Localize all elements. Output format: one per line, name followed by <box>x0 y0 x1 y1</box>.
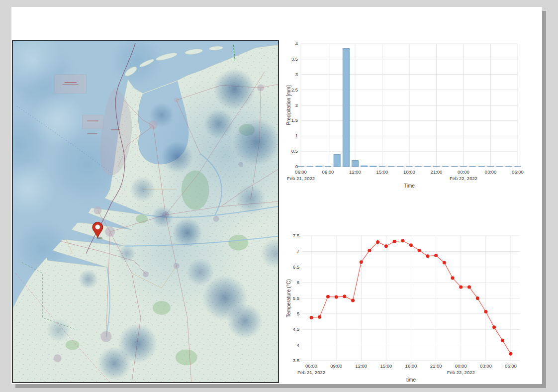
y-tick-label: 4 <box>295 41 298 46</box>
data-point[interactable] <box>376 240 379 244</box>
temperature-gridlines <box>302 236 520 361</box>
bar-zero[interactable] <box>379 166 385 167</box>
bar-zero[interactable] <box>461 166 467 167</box>
y-tick-label: 1 <box>295 133 298 138</box>
data-point[interactable] <box>492 325 496 329</box>
y-tick-label: 0 <box>295 164 298 169</box>
x-tick-label: 09:00 <box>330 363 342 369</box>
precipitation-overlay <box>13 41 278 382</box>
data-point[interactable] <box>418 249 421 252</box>
x-axis-title: time <box>406 377 416 383</box>
temperature-chart[interactable]: 3.544.555.566.577.506:0009:0012:0015:001… <box>286 226 535 384</box>
data-point[interactable] <box>467 285 471 289</box>
bar-zero[interactable] <box>298 166 304 167</box>
data-point[interactable] <box>343 294 346 298</box>
bar-zero[interactable] <box>515 166 521 167</box>
precipitation-chart[interactable]: 00.511.522.533.5406:0009:0012:0015:0018:… <box>286 40 530 192</box>
bar-zero[interactable] <box>388 166 394 167</box>
y-tick-label: 6.5 <box>293 264 299 270</box>
bar[interactable] <box>334 154 340 167</box>
x-date-label: Feb 21, 2022 <box>287 176 315 181</box>
y-tick-label: 1.5 <box>291 117 298 123</box>
x-tick-label: 06:00 <box>295 169 307 175</box>
x-date-label: Feb 22, 2022 <box>450 176 477 181</box>
bar-zero[interactable] <box>487 166 494 167</box>
x-tick-label: 00:00 <box>455 363 467 369</box>
y-tick-label: 3.5 <box>293 358 299 363</box>
x-tick-label: 00:00 <box>458 169 469 175</box>
y-axis-title: Precipitation [mm] <box>286 85 291 125</box>
data-point[interactable] <box>384 244 388 248</box>
bar[interactable] <box>370 166 376 167</box>
data-point[interactable] <box>310 316 313 319</box>
weather-map[interactable] <box>12 40 279 383</box>
data-point[interactable] <box>484 310 487 313</box>
x-tick-label: 03:00 <box>480 363 492 369</box>
bar[interactable] <box>316 166 322 167</box>
bar-zero[interactable] <box>424 166 431 167</box>
y-tick-label: 2 <box>295 102 298 108</box>
y-tick-label: 6 <box>297 280 299 285</box>
y-tick-label: 4.5 <box>293 326 299 332</box>
y-tick-label: 4 <box>297 342 299 348</box>
x-tick-label: 06:00 <box>505 363 517 369</box>
screen: 00.511.522.533.5406:0009:0012:0015:0018:… <box>0 0 558 392</box>
bar[interactable] <box>361 166 368 167</box>
x-tick-label: 06:00 <box>305 363 317 369</box>
bar-zero[interactable] <box>397 166 403 167</box>
bar-zero[interactable] <box>406 166 413 167</box>
data-point[interactable] <box>318 315 321 319</box>
data-point[interactable] <box>360 260 363 264</box>
x-tick-label: 12:00 <box>349 169 361 175</box>
bar-zero[interactable] <box>496 166 503 167</box>
data-point[interactable] <box>459 285 463 289</box>
data-point[interactable] <box>351 298 355 302</box>
data-point[interactable] <box>393 240 396 243</box>
x-tick-label: 15:00 <box>376 169 388 175</box>
bar-zero[interactable] <box>415 166 422 167</box>
data-point[interactable] <box>451 276 455 280</box>
bar[interactable] <box>352 161 359 167</box>
bar-zero[interactable] <box>325 166 331 167</box>
x-axis-title: Time <box>404 183 415 189</box>
bar-zero[interactable] <box>442 166 449 167</box>
bar[interactable] <box>343 48 349 167</box>
data-point[interactable] <box>326 295 330 298</box>
bar-zero[interactable] <box>451 166 458 167</box>
x-tick-label: 12:00 <box>355 363 367 369</box>
bar-zero[interactable] <box>469 166 476 167</box>
bar-zero[interactable] <box>478 166 485 167</box>
y-tick-label: 2.5 <box>291 87 298 93</box>
bar-zero[interactable] <box>505 166 512 167</box>
data-point[interactable] <box>335 295 338 298</box>
x-tick-label: 15:00 <box>380 363 392 369</box>
report-page: 00.511.522.533.5406:0009:0012:0015:0018:… <box>11 7 542 384</box>
y-tick-label: 7.5 <box>293 233 299 238</box>
data-point[interactable] <box>409 243 413 247</box>
data-point[interactable] <box>368 249 371 252</box>
x-tick-label: 06:00 <box>512 169 524 175</box>
data-point[interactable] <box>509 352 513 356</box>
y-tick-label: 5 <box>297 311 299 316</box>
precipitation-gridlines <box>301 44 518 167</box>
data-point[interactable] <box>426 254 429 258</box>
x-date-label: Feb 21, 2022 <box>297 370 325 375</box>
data-point[interactable] <box>501 339 504 342</box>
data-point[interactable] <box>443 261 446 264</box>
y-tick-label: 3.5 <box>291 56 298 62</box>
bar-zero[interactable] <box>433 166 440 167</box>
y-tick-label: 7 <box>297 248 299 254</box>
temperature-labels: 3.544.555.566.577.506:0009:0012:0015:001… <box>286 233 517 383</box>
x-tick-label: 21:00 <box>431 169 443 175</box>
y-tick-label: 5.5 <box>293 295 299 301</box>
weather-map-canvas[interactable] <box>13 41 278 382</box>
bar-zero[interactable] <box>307 166 313 167</box>
y-axis-title: Temperature (°C) <box>286 279 291 317</box>
x-tick-label: 18:00 <box>403 169 415 175</box>
x-tick-label: 18:00 <box>405 363 417 369</box>
x-tick-label: 03:00 <box>485 169 497 175</box>
y-tick-label: 3 <box>295 72 298 77</box>
data-point[interactable] <box>434 254 438 257</box>
data-point[interactable] <box>401 239 404 243</box>
data-point[interactable] <box>476 296 479 300</box>
